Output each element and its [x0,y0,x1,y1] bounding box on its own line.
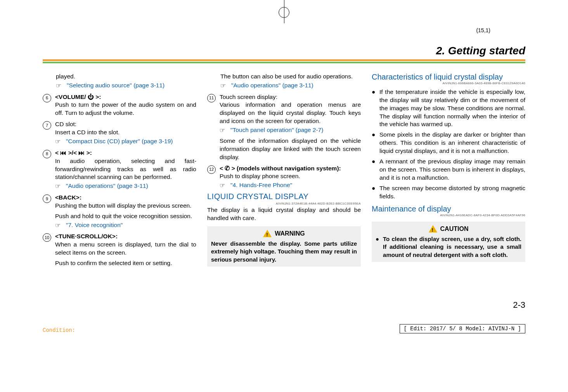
maintenance-id: AIVINJN1-A416EADC-8AF0-4234-BF0D-ADD3A5F… [372,213,525,218]
characteristics-heading: Characteristics of liquid crystal displa… [372,73,525,82]
bullet-icon: ● [376,235,379,259]
pointer-icon: ☞ [55,137,64,146]
chapter-title: 2. Getting started [43,45,525,59]
back-label: <BACK>: [55,194,196,202]
edit-info-box: [ Edit: 2017/ 5/ 8 Model: AIVINJ-N ] [400,324,525,333]
pointer-icon: ☞ [220,126,228,135]
back-body1: Pushing the button will display the prev… [55,202,196,210]
condition-label: Condition: [43,327,75,333]
phone-label: < ✆ > (models without navigation system)… [220,165,361,173]
warning-title: WARNING [275,229,305,238]
page-number: 2-3 [513,300,525,310]
characteristics-id: AIVINJN1-606BA666-3A03-489B-86FB-CE0129A… [372,82,525,86]
lcd-heading: LIQUID CRYSTAL DISPLAY [207,191,361,202]
pointer-icon: ☞ [56,82,64,90]
ref-voice-recognition: "7. Voice recognition" [66,221,123,229]
bullet-icon: ● [372,88,376,129]
seek-label: < ⏮ >/< ⏭ >: [55,149,196,157]
ref-selecting-audio: "Selecting audio source" (page 3-11) [67,82,165,90]
ref-touch-panel: "Touch panel operation" (page 2-7) [230,126,323,134]
back-body2: Push and hold to quit the voice recognit… [55,212,196,220]
char-bullet-1: If the temperature inside the vehicle is… [379,88,525,129]
bullet-icon: ● [372,131,376,155]
phone-body: Push to display phone screen. [220,172,361,180]
lcd-id: AIVINJN1-372A4E1B-44A4-402D-B2E2-BBC1C2E… [207,202,361,206]
ref-audio-ops-2: "Audio operations" (page 3-11) [231,82,313,90]
item-number-11: 11 [207,94,216,102]
crop-mark-circle [279,7,289,18]
char-bullet-2: Some pixels in the display are darker or… [379,131,525,155]
column-2: The button can also be used for audio op… [207,73,361,267]
char-bullet-4: The screen may become distorted by stron… [379,184,525,201]
seek-body: In audio operation, selecting and fast-f… [55,157,196,182]
item-number-7: 7 [43,121,51,130]
pointer-icon: ☞ [55,182,64,191]
bullet-icon: ● [372,158,376,182]
cd-slot-label: CD slot: [55,120,196,128]
item-number-6: 6 [43,94,51,102]
page-content: 2. Getting started played. ☞ "Selecting … [43,45,525,267]
item-number-8: 8 [43,150,51,158]
volume-label: <VOLUME/ ⏻ >: [55,93,196,101]
sheet-coordinate: (15,1) [476,27,490,33]
touch-display-label: Touch screen display: [220,93,361,101]
item-number-10: 10 [43,233,51,242]
caution-title: CAUTION [440,225,469,233]
rule-orange [43,59,525,61]
pointer-icon: ☞ [220,181,228,190]
touch-display-body: Various information and operation menus … [220,101,361,125]
tune-body2: Push to confirm the selected item or set… [55,259,196,267]
caution-body-text: To clean the display screen, use a dry, … [383,235,521,259]
pointer-icon: ☞ [55,221,64,230]
column-3: Characteristics of liquid crystal displa… [372,73,525,267]
cd-slot-body: Insert a CD into the slot. [55,128,196,137]
lcd-body: The display is a liquid crystal display … [207,206,361,222]
tune-label: <TUNE·SCROLL/OK>: [55,232,196,241]
button-audio-cont: The button can also be used for audio op… [220,73,361,81]
warning-box: ! WARNING Never disassemble the display.… [207,226,361,267]
continued-text: played. ☞ "Selecting audio source" (page… [56,73,196,90]
item-number-12: 12 [207,165,216,174]
warning-icon: ! [263,230,272,237]
tune-body1: When a menu screen is displayed, turn th… [55,241,196,257]
ref-hands-free: "4. Hands-Free Phone" [230,181,292,189]
column-1: played. ☞ "Selecting audio source" (page… [43,73,196,267]
bullet-icon: ● [372,184,376,201]
char-bullet-3: A remnant of the previous display image … [379,158,525,182]
ref-audio-ops-1: "Audio operations" (page 3-11) [66,182,148,190]
touch-display-body2: Some of the information displayed on the… [220,137,361,161]
caution-box: ! CAUTION ● To clean the display screen,… [372,222,525,262]
rule-green [43,62,525,63]
caution-icon: ! [429,225,437,232]
pointer-icon: ☞ [220,82,229,90]
maintenance-heading: Maintenance of display [372,205,525,213]
volume-body: Push to turn the power of the audio syst… [55,101,196,117]
columns: played. ☞ "Selecting audio source" (page… [43,73,525,267]
played-text: played. [56,73,75,80]
warning-body: Never disassemble the display. Some part… [211,240,357,264]
item-number-9: 9 [43,194,51,203]
ref-cd-player: "Compact Disc (CD) player" (page 3-19) [66,137,173,146]
